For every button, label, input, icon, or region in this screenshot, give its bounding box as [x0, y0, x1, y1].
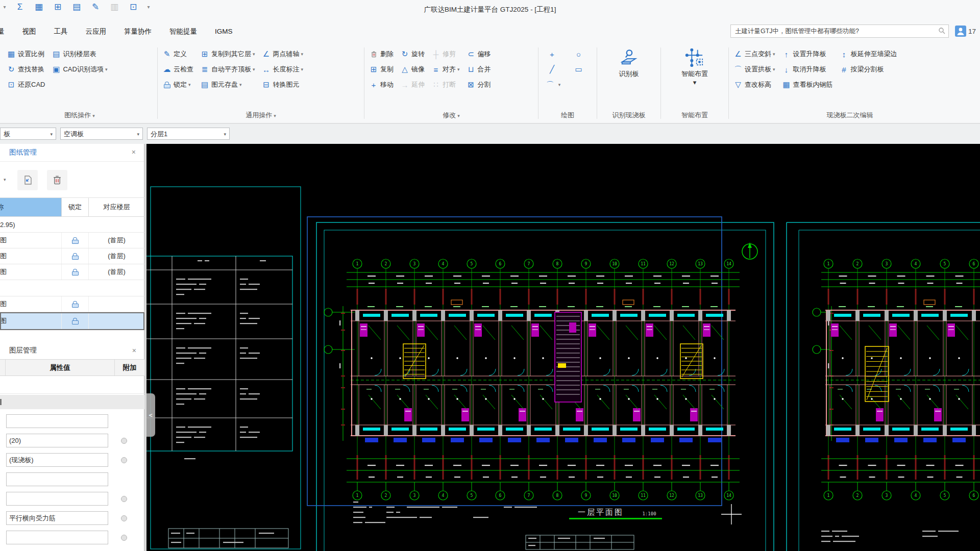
ribbon-btn-旋转[interactable]: ↻旋转 [397, 46, 428, 62]
ribbon-btn-锁定[interactable]: 锁定▾ [159, 77, 197, 92]
ribbon-group-label[interactable]: 修改▾ [365, 110, 537, 123]
ribbon-btn-图元存盘[interactable]: ▤图元存盘▾ [197, 77, 258, 92]
property-radio-5[interactable] [121, 515, 127, 521]
rebar-check-icon[interactable]: ▤ [70, 2, 83, 12]
sheet-row-0[interactable]: 2.95) [0, 217, 144, 233]
property-input-1[interactable] [6, 434, 108, 447]
ribbon-btn-镜像[interactable]: △镜像 [397, 62, 428, 77]
ribbon-btn-设置拱板[interactable]: ⌒设置拱板▾ [730, 62, 778, 77]
ribbon-btn-云检查[interactable]: ☁云检查 [159, 62, 197, 77]
lock-icon[interactable] [72, 237, 79, 244]
ribbon-btn-设置比例[interactable]: ▦设置比例 [3, 46, 48, 62]
ribbon-btn-智能布置[interactable]: 智能布置▾ [662, 46, 727, 110]
ribbon-btn-板延伸至墙梁边[interactable]: ↕板延伸至墙梁边 [836, 46, 900, 62]
sheet-row-4[interactable] [0, 280, 144, 296]
close-icon[interactable]: × [132, 148, 136, 156]
tab-sheet-management[interactable]: 图纸管理 [9, 144, 37, 161]
menu-item-3[interactable]: 云应用 [86, 19, 107, 43]
draw-rect-button[interactable]: ▭ [566, 62, 593, 77]
grid-check-icon[interactable]: ⊞ [52, 2, 64, 12]
ribbon-btn-识别板[interactable]: 识别板 [598, 46, 659, 110]
element-select-2[interactable]: 分层1▾ [147, 128, 230, 140]
element-select-1[interactable]: 空调板▾ [60, 128, 143, 140]
draw-arc-button[interactable]: ⌒▾ [540, 77, 566, 92]
ribbon-btn-三点变斜[interactable]: ∠三点变斜▾ [730, 46, 778, 62]
file-new-icon[interactable]: ⊡ [127, 2, 139, 12]
ribbon-btn-修剪[interactable]: ┼修剪 [428, 46, 463, 62]
help-search-input[interactable] [730, 24, 949, 38]
ribbon-btn-识别楼层表[interactable]: ▤识别楼层表 [48, 46, 110, 62]
ribbon-btn-查改标高[interactable]: ▽查改标高 [730, 77, 778, 92]
ribbon-btn-设置升降板[interactable]: ↑设置升降板 [778, 46, 836, 62]
ribbon-btn-对齐[interactable]: ≡对齐▾ [428, 62, 463, 77]
rail-icon[interactable]: ▥ [108, 2, 120, 12]
lock-icon[interactable] [72, 318, 79, 324]
lock-icon[interactable] [72, 301, 79, 308]
ribbon-btn-延伸[interactable]: →延伸 [397, 77, 428, 92]
ribbon-btn-按梁分割板[interactable]: #按梁分割板 [836, 62, 900, 77]
draw-circle-button[interactable]: ○ [566, 46, 593, 62]
menu-item-2[interactable]: 工具 [54, 19, 68, 43]
property-input-2[interactable] [6, 453, 108, 467]
column-name[interactable]: 称 [0, 198, 62, 216]
draw-line-button[interactable]: ╱ [540, 62, 566, 77]
property-radio-1[interactable] [121, 438, 127, 444]
ribbon-btn-删除[interactable]: 删除 [365, 46, 397, 62]
sheet-row-6[interactable]: 图 [0, 312, 144, 330]
property-input-4[interactable] [6, 492, 108, 506]
chevron-down-icon[interactable]: ▾ [4, 177, 6, 182]
locate-sheet-button[interactable] [17, 170, 38, 190]
property-input-0[interactable] [6, 414, 108, 428]
ribbon-btn-分割[interactable]: ⊠分割 [463, 77, 494, 92]
menu-item-5[interactable]: 智能提量 [169, 19, 197, 43]
menu-item-0[interactable]: 量 [0, 19, 5, 43]
property-radio-6[interactable] [121, 535, 127, 541]
cad-canvas[interactable]: 1122334455667788991010111112121313141411… [146, 144, 980, 551]
delete-sheet-button[interactable] [47, 170, 67, 190]
ribbon-btn-取消升降板[interactable]: ↓取消升降板 [778, 62, 836, 77]
user-avatar-icon[interactable] [955, 26, 966, 37]
ribbon-btn-查找替换[interactable]: ↻查找替换 [3, 62, 48, 77]
sheet-row-2[interactable]: 图(首层) [0, 248, 144, 264]
ribbon-btn-偏移[interactable]: ⊂偏移 [463, 46, 494, 62]
ribbon-btn-定义[interactable]: ✎定义 [159, 46, 197, 62]
column-floor[interactable]: 对应楼层 [89, 198, 144, 216]
sheet-row-5[interactable]: 图 [0, 296, 144, 312]
column-lock[interactable]: 锁定 [62, 198, 89, 216]
element-select-0[interactable]: 板▾ [0, 128, 56, 140]
menu-item-1[interactable]: 视图 [22, 19, 36, 43]
ribbon-btn-长度标注[interactable]: ↔长度标注▾ [258, 62, 307, 77]
ribbon-btn-自动平齐顶板[interactable]: ≣自动平齐顶板▾ [197, 62, 258, 77]
ribbon-btn-复制[interactable]: ⊞复制 [365, 62, 397, 77]
ribbon-btn-复制到其它层[interactable]: ⊞复制到其它层▾ [197, 46, 258, 62]
ribbon-btn-两点辅轴[interactable]: ∠两点辅轴▾ [258, 46, 307, 62]
more-caret-right[interactable]: ▾ [146, 4, 151, 10]
sum-icon[interactable]: Σ [14, 2, 26, 12]
ribbon-group-label[interactable]: 图纸操作▾ [3, 110, 156, 123]
sheet-row-3[interactable]: 图(首层) [0, 264, 144, 280]
ribbon-btn-合并[interactable]: ⊔合并 [463, 62, 494, 77]
table-check-icon[interactable]: ▦ [33, 2, 45, 12]
property-input-6[interactable] [6, 531, 108, 544]
edit-icon[interactable]: ✎ [89, 2, 102, 12]
draw-point-button[interactable]: + [540, 46, 566, 62]
more-caret-left[interactable]: ▾ [2, 4, 7, 10]
property-input-3[interactable] [6, 472, 108, 486]
menu-item-6[interactable]: IGMS [215, 19, 233, 43]
lock-icon[interactable] [72, 253, 79, 260]
sheet-row-1[interactable]: 图(首层) [0, 233, 144, 248]
lock-icon[interactable] [72, 269, 79, 276]
ribbon-btn-CAD识别选项[interactable]: ▣CAD识别选项▾ [48, 62, 110, 77]
close-icon[interactable]: × [132, 346, 136, 355]
property-input-5[interactable] [6, 511, 108, 525]
ribbon-btn-打断[interactable]: ∷打断 [428, 77, 463, 92]
search-icon[interactable] [938, 27, 945, 36]
ribbon-btn-移动[interactable]: +移动 [365, 77, 397, 92]
ribbon-btn-查看板内钢筋[interactable]: ▦查看板内钢筋 [778, 77, 836, 92]
ribbon-group-label[interactable]: 通用操作▾ [159, 110, 363, 123]
menu-item-4[interactable]: 算量协作 [124, 19, 152, 43]
ribbon-btn-还原CAD[interactable]: ⊡还原CAD [3, 77, 48, 92]
property-radio-4[interactable] [121, 496, 127, 502]
ribbon-btn-转换图元[interactable]: ⊟转换图元 [258, 77, 307, 92]
property-radio-2[interactable] [121, 457, 127, 463]
